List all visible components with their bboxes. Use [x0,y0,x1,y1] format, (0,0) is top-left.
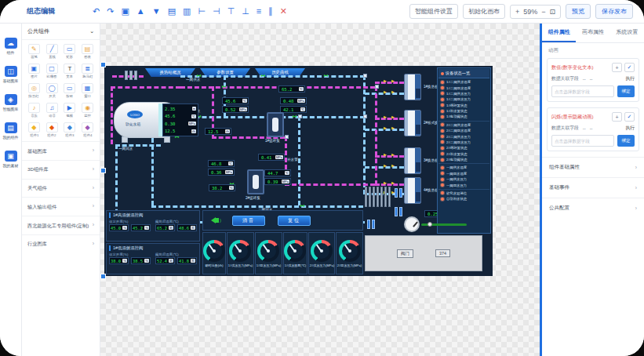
add-animation-button[interactable]: + [612,112,622,122]
digital-display[interactable]: 42.1℃ [280,106,307,113]
digital-display[interactable]: 45.6℃ [222,97,249,104]
confirm-animation-button[interactable]: ✓ [624,112,635,122]
gauge-tile[interactable]: 2#回水压力(MPa) [336,232,363,274]
pressure-slider[interactable] [421,223,467,226]
legend-item[interactable]: 一网回水压力 [438,182,489,187]
zoom-in-button[interactable]: + [515,8,519,16]
editor-workspace[interactable]: 换热站概况参数设置历史曲线 ▸◂▸◂▸◂▸◂▸◂▸◂▸◂▸◂▸◂▸◂▸◂▸◂▶▶… [100,24,540,356]
collapse-chevron-icon[interactable]: ⌄ [89,28,94,35]
layer-icon[interactable]: ▣ [121,7,129,16]
rail-item-我的素材[interactable]: ▣我的素材 [0,151,21,168]
palette-item[interactable]: ▣图片 [25,61,43,81]
palette-section[interactable]: 天气组件› [22,179,100,198]
execute-link[interactable]: 执行 [625,125,635,132]
properties-tab[interactable]: 组件属性 [542,24,576,42]
palette-item[interactable]: ◉监控 [78,100,96,120]
palette-item[interactable]: ▭按钮 [61,81,79,100]
palette-item[interactable]: ◆组件4 [78,120,96,140]
palette-item[interactable]: ▶视频 [61,100,79,120]
legend-item[interactable]: 软化水箱液位 [438,191,489,196]
palette-item[interactable]: ♪音乐 [25,100,43,120]
legend-item[interactable]: 2#补水泵状态 [438,151,489,157]
align-left-icon[interactable]: ⊢ [198,7,206,16]
digital-display[interactable]: 65.2℃ [278,85,305,93]
palette-item[interactable]: ✎画笔 [25,42,43,61]
save-publish-button[interactable]: 保存发布 [595,4,633,19]
digital-display[interactable]: 0.36MPa [208,169,235,176]
data-field-input[interactable] [551,135,614,147]
digital-display[interactable]: 0.41MPa [258,154,285,161]
zoom-fit-icon[interactable]: ⊡ [549,8,555,16]
legend-item[interactable]: 2#二网供水压力 [438,133,489,139]
send-backward-icon[interactable]: ▼ [152,7,161,16]
align-bottom-icon[interactable]: ⊥ [242,7,249,16]
palette-item[interactable]: ♫语音 [43,100,61,120]
canvas-handle[interactable] [100,62,106,67]
palette-section[interactable]: 西北能源化工专用组件(定制)› [22,216,100,234]
circulation-pump-icon[interactable] [395,188,403,198]
palette-item[interactable]: ◆组件1 [25,120,43,140]
zoom-out-button[interactable]: − [541,8,545,16]
valve-icon[interactable]: ▸◂ [261,73,264,78]
preview-button[interactable]: 预览 [566,4,591,19]
radiator-device[interactable] [365,185,393,207]
properties-tab[interactable]: 系统设置 [610,24,644,42]
canvas-handle[interactable] [100,274,106,279]
palette-item[interactable]: ▢轮播图 [43,61,61,81]
legend-item[interactable]: 一网供水压力 [438,176,489,182]
gauge-tile[interactable]: 2#供水压力(MPa) [308,232,336,274]
palette-item[interactable]: ◆组件2 [43,120,61,140]
distribute-h-icon[interactable]: ≡ [257,7,261,16]
pump-device[interactable] [247,169,264,194]
rail-item-我的组件[interactable]: ▤我的组件 [0,122,21,140]
digital-display[interactable]: 0.48MPa [280,97,307,104]
palette-item[interactable]: ◎指示灯 [25,81,43,100]
data-field-input[interactable] [551,85,614,97]
valve-icon[interactable]: ▸◂ [222,84,225,89]
digital-display[interactable]: 12.5t/h [205,128,231,135]
gauge-tile[interactable]: 瞬时流量(t/h) [202,232,226,274]
rail-item-组件[interactable]: ☁组件 [0,38,21,55]
add-animation-button[interactable]: + [612,63,622,72]
scada-canvas[interactable]: 换热站概况参数设置历史曲线 ▸◂▸◂▸◂▸◂▸◂▸◂▸◂▸◂▸◂▸◂▸◂▸◂▶▶… [104,66,493,276]
palette-section[interactable]: 3D组件库› [22,160,100,179]
rail-item-基础图库[interactable]: ◫基础图库 [0,66,21,83]
bind-button[interactable]: 绑定 [617,135,635,147]
gauge-tile[interactable]: 1#回水压力(MPa) [255,232,282,274]
digital-display[interactable]: 45.2% [131,224,151,231]
bring-forward-icon[interactable]: ▲ [136,7,145,16]
delete-icon[interactable]: ✕ [280,7,287,16]
execute-link[interactable]: 执行 [625,75,635,82]
palette-header[interactable]: 公共组件 ⌄ [22,24,100,40]
confirm-animation-button[interactable]: ✓ [624,63,635,72]
palette-section[interactable]: 输入输出组件› [22,197,100,216]
palette-item[interactable]: ◯开关 [43,81,61,100]
heat-exchanger-unit[interactable] [404,74,421,100]
legend-item[interactable]: 2#二网供水温度 [438,122,489,128]
digital-display[interactable]: 46.8℃ [208,160,235,167]
smart-component-settings-button[interactable]: 智能组件设置 [409,4,458,19]
digital-display[interactable]: 41.8后 [177,257,197,264]
properties-tab[interactable]: 画布属性 [576,24,609,42]
valve-icon[interactable]: ▸◂ [293,114,296,118]
speaker-icon[interactable]: ) [211,217,221,223]
legend-item[interactable]: 2#二网回水压力 [438,140,489,145]
legend-item[interactable]: 1#循环泵状态 [438,103,489,108]
properties-accordion[interactable]: 组件基础属性› [542,157,644,177]
legend-item[interactable]: 一网回水温度 [438,171,489,176]
palette-item[interactable]: ▭矩形 [61,42,79,61]
legend-item[interactable]: 1#电动阀状态 [438,114,489,119]
heat-exchanger-unit[interactable] [404,147,421,174]
digital-display[interactable]: 52.4前 [155,257,175,264]
palette-item[interactable]: ≣跑马灯 [78,61,96,81]
heat-exchanger-unit[interactable] [404,177,421,204]
alarm-button[interactable]: 消音 [232,216,265,226]
heat-exchanger-unit[interactable] [404,110,421,136]
legend-item[interactable]: 一网供水温度 [438,165,489,170]
align-top-icon[interactable]: ⊤ [227,7,235,16]
copy-icon[interactable]: ▤ [168,7,176,16]
legend-item[interactable]: 1#二网供水压力 [438,91,489,96]
gauge-tile[interactable]: 1#供水温度(℃) [283,232,307,274]
palette-section[interactable]: 行业图库› [22,234,100,253]
distribute-v-icon[interactable]: ∥ [268,7,273,16]
